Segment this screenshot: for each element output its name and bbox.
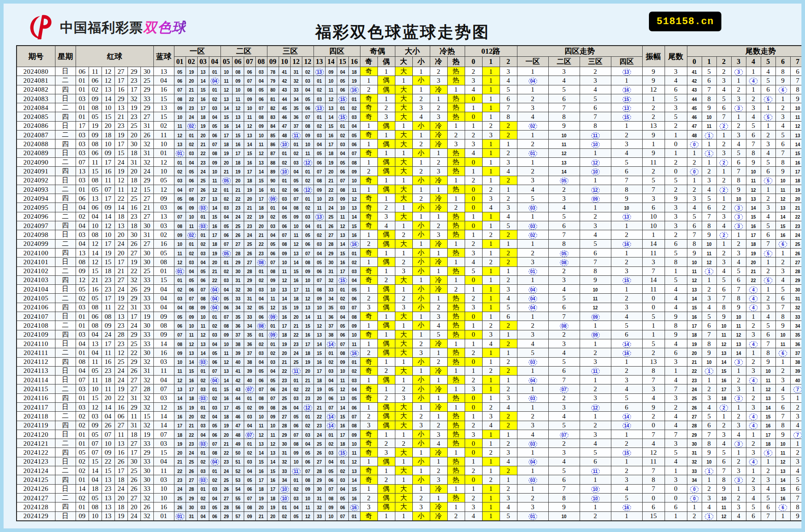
cell-odd: 奇 [360, 131, 377, 139]
cell-n06: 23 [232, 203, 244, 212]
cell-n01: 17 [174, 421, 186, 430]
cell-n15: 13 [337, 393, 348, 402]
cell-t0: 1 [687, 502, 702, 511]
cell-n04: 13 [209, 194, 220, 203]
cell-red6: 30 [140, 67, 153, 76]
cell-n16: 16 [348, 85, 360, 94]
cell-n09: 12 [267, 439, 279, 448]
cell-hot: 热 [447, 376, 465, 384]
cell-red1: 09 [76, 511, 89, 521]
cell-t1: 5 [702, 194, 716, 203]
cell-red5: 16 [127, 203, 140, 212]
cell-n07: 19 [244, 185, 255, 194]
cell-zone1: 2 [517, 139, 548, 148]
cell-t5: 1 [761, 121, 775, 130]
cell-red3: 16 [102, 357, 114, 366]
cell-n05: 02 [220, 266, 232, 275]
cell-t2: 12 [716, 511, 731, 521]
cell-n02: 02 [186, 248, 197, 257]
cell-t6: 5 [775, 393, 790, 402]
cell-t6: 12 [775, 194, 790, 203]
cell-red2: 09 [89, 421, 102, 430]
cell-red6: 33 [140, 330, 153, 339]
cell-t5: 6 [761, 230, 775, 239]
cell-red4: 24 [114, 285, 127, 294]
table-row-2024109: 2024109四03042428293309071112030937350109… [17, 330, 805, 339]
cell-n10: 32 [279, 457, 290, 466]
cell-n14: 01 [325, 430, 337, 439]
cell-week: 二 [55, 157, 76, 166]
cell-n01: 10 [174, 357, 186, 366]
cell-big: 大 [395, 112, 412, 121]
cell-red2: 04 [89, 212, 102, 221]
cell-red6: 29 [140, 448, 153, 457]
column-header-期号: 期号 [17, 46, 55, 67]
cell-n08: 04 [255, 294, 267, 303]
cell-n03: 22 [197, 148, 209, 157]
cell-n09: 79 [267, 76, 279, 85]
cell-red5: 11 [127, 412, 140, 421]
cell-small: 3 [412, 103, 430, 112]
cell-zone4: 3 [611, 139, 642, 148]
cell-red1: 01 [76, 185, 89, 194]
cell-odd: 1 [360, 484, 377, 493]
cell-amplitude: 7 [642, 266, 665, 275]
cell-t0: 9 [687, 248, 702, 257]
cell-n07: 09 [244, 511, 255, 521]
cell-n02: 19 [186, 67, 197, 76]
cell-n16: 04 [348, 384, 360, 393]
cell-tail: 0 [665, 139, 687, 148]
cell-red2: 11 [89, 376, 102, 384]
cell-n02: 20 [186, 412, 197, 421]
cell-n06: 13 [232, 112, 244, 121]
cell-n03: 04 [197, 258, 209, 266]
cell-week: 二 [55, 493, 76, 502]
cell-n14: 28 [325, 239, 337, 248]
cell-n10: 34 [279, 475, 290, 484]
cell-red6: 19 [140, 430, 153, 439]
cell-t3: 12 [731, 330, 746, 339]
cell-t7: 38 [790, 357, 805, 366]
cell-n14: 15 [325, 121, 337, 130]
cell-even: 3 [377, 212, 395, 221]
cell-n02: 07 [186, 294, 197, 303]
cell-n01: 09 [174, 230, 186, 239]
cell-t3: 3 [731, 502, 746, 511]
cell-road0: 4 [465, 148, 482, 157]
cell-red5: 30 [127, 230, 140, 239]
cell-red2: 08 [89, 321, 102, 330]
cell-red3: 18 [102, 376, 114, 384]
cell-big: 1 [395, 321, 412, 330]
cell-n12: 12 [302, 511, 314, 521]
cell-cold: 1 [430, 412, 447, 421]
cell-road2: 2 [500, 148, 517, 157]
cell-week: 二 [55, 212, 76, 221]
cell-blue: 01 [153, 266, 174, 275]
cell-n07: 22 [244, 212, 255, 221]
cell-odd: 奇 [360, 148, 377, 157]
table-row-2024114: 2024114日07111824273204121602041442400605… [17, 376, 805, 384]
cell-road1: 2 [482, 475, 500, 484]
site-badge-link[interactable]: 518158.cn [649, 12, 721, 31]
cell-t0: 29 [687, 430, 702, 439]
cell-road0: 2 [465, 67, 482, 76]
cell-even: 偶 [377, 321, 395, 330]
cell-red5: 17 [127, 85, 140, 94]
cell-zone3: 1 [580, 321, 611, 330]
cell-zone4: 5 [611, 157, 642, 166]
cell-road0: 3 [465, 303, 482, 312]
cell-n14: 14 [325, 339, 337, 348]
cell-n07: 26 [244, 248, 255, 257]
column-subheader-冷: 冷 [430, 57, 447, 67]
cell-red1: 13 [76, 167, 89, 176]
cell-t5: 3 [761, 303, 775, 312]
cell-t2: 1 [716, 131, 731, 139]
cell-big: 大 [395, 421, 412, 430]
cell-n06: 48 [232, 430, 244, 439]
cell-zone2: 07 [548, 384, 580, 393]
column-subheader-03: 03 [197, 57, 209, 67]
cell-road1: 1 [482, 294, 500, 303]
cell-blue: 13 [153, 67, 174, 76]
cell-n01: 01 [174, 266, 186, 275]
cell-red2: 14 [89, 466, 102, 475]
